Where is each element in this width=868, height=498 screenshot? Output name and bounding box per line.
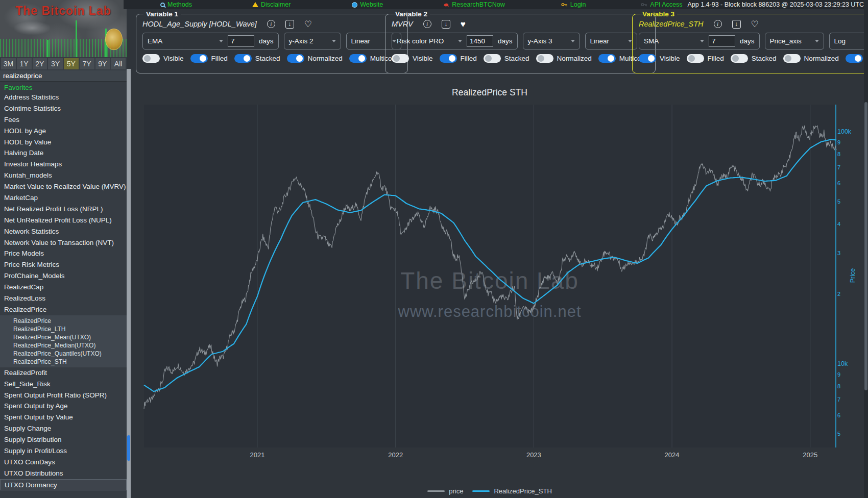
toggle-stacked[interactable] (731, 54, 748, 63)
toggle-stacked[interactable] (484, 54, 501, 63)
chart-canvas[interactable]: 20212022202320242025100k9876543210k98765 (131, 79, 864, 498)
sidebar-item[interactable]: RealizedCap (0, 282, 127, 293)
sidebar-item[interactable]: UTXO Distributions (0, 468, 127, 479)
sidebar-item[interactable]: Price Models (0, 248, 127, 259)
smoothing-select[interactable]: EMA (148, 37, 223, 45)
page-scrollbar[interactable] (864, 0, 868, 498)
sidebar-item[interactable]: UTXO CoinDays (0, 457, 127, 468)
sidebar-item[interactable]: RealizedProfit (0, 367, 127, 379)
sidebar-item[interactable]: Network Statistics (0, 226, 127, 237)
axis-select[interactable]: Price_axis (770, 37, 819, 45)
key-dark-icon (641, 2, 647, 8)
toggle-normalized[interactable] (536, 54, 553, 63)
link-website[interactable]: Website (352, 1, 383, 8)
sidebar-item-favorites[interactable]: Favorites (0, 82, 127, 92)
page-scrollbar-thumb[interactable] (864, 102, 867, 390)
sidebar-item[interactable]: Halving Date (0, 147, 127, 159)
timeframe-5y[interactable]: 5Y (64, 58, 79, 69)
toggle-visible[interactable] (639, 54, 656, 63)
smoothing-group: EMA days (142, 33, 279, 49)
sidebar-item[interactable]: Spent Output by Value (0, 412, 127, 423)
sidebar-item[interactable]: Address Statistics (0, 92, 127, 103)
download-icon[interactable] (285, 20, 294, 29)
sidebar-subitem[interactable]: RealizedPrice_STH (0, 358, 127, 366)
download-icon[interactable] (442, 20, 450, 29)
timeframe-7y[interactable]: 7Y (80, 58, 94, 69)
toggle-filled[interactable] (687, 54, 704, 63)
sidebar-item[interactable]: Net UnRealized Profit Loss (NUPL) (0, 215, 127, 226)
link-disclaimer[interactable]: Disclaimer (252, 1, 291, 8)
timeframe-3y[interactable]: 3Y (48, 58, 63, 69)
days-input[interactable] (467, 35, 493, 47)
search-input[interactable] (0, 70, 127, 82)
sidebar-item[interactable]: Supply Distribution (0, 434, 127, 445)
info-icon[interactable] (423, 20, 431, 28)
sidebar-subitem[interactable]: RealizedPrice_Quantiles(UTXO) (0, 350, 127, 358)
toggle-normalized[interactable] (783, 54, 801, 63)
timeframe-9y[interactable]: 9Y (95, 58, 110, 69)
heart-icon[interactable]: ♡ (304, 20, 312, 29)
sidebar-item[interactable]: ProfChaine_Models (0, 270, 127, 282)
sidebar-item[interactable]: Market Value to Realized Value (MVRV) (0, 181, 127, 192)
sidebar-subitem[interactable]: RealizedPrice_LTH (0, 325, 127, 333)
toggle-multicolor[interactable] (598, 54, 616, 63)
days-input[interactable] (709, 35, 735, 47)
timeframe-3m[interactable]: 3M (1, 58, 16, 69)
sidebar-item[interactable]: Investor Heatmaps (0, 159, 127, 170)
timeframe-all[interactable]: All (111, 58, 126, 69)
toggle-multicolor[interactable] (349, 54, 367, 63)
axis-select[interactable]: y-Axis 3 (528, 37, 575, 45)
heart-icon[interactable]: ♥ (461, 20, 466, 29)
sidebar-subitem[interactable]: RealizedPrice (0, 317, 127, 325)
sidebar-item[interactable]: Network Value to Transaction (NVT) (0, 237, 127, 248)
sidebar-item[interactable]: HODL by Value (0, 137, 127, 148)
sidebar-item[interactable]: Spent Output Profit Ratio (SOPR) (0, 390, 127, 401)
scale-select[interactable]: Linear (590, 37, 632, 45)
axis-select[interactable]: y-Axis 2 (289, 37, 336, 45)
legend-item-price[interactable]: price (427, 487, 463, 495)
sidebar-item[interactable]: RealizedLoss (0, 293, 127, 304)
sidebar-item[interactable]: Net Realized Profit Loss (NRPL) (0, 204, 127, 215)
toggle-label: Stacked (752, 55, 777, 62)
link-researchbtcnow[interactable]: ResearchBTCNow (443, 1, 505, 8)
sidebar-item[interactable]: Cointime Statistics (0, 103, 127, 114)
sidebar-item[interactable]: Fees (0, 114, 127, 126)
sidebar-item[interactable]: Price Risk Metrics (0, 259, 127, 270)
sidebar-item[interactable]: Supply in Profit/Loss (0, 445, 127, 457)
scale-select[interactable]: Log (834, 37, 868, 45)
sidebar-item[interactable]: Kuntah_models (0, 170, 127, 181)
sidebar-item[interactable]: UTXO Dormancy (0, 479, 127, 490)
toggle-label: Normalized (557, 55, 592, 62)
legend-item-realizedprice_sth[interactable]: RealizedPrice_STH (472, 487, 551, 495)
sidebar-item[interactable]: HODL by Age (0, 126, 127, 137)
info-icon[interactable] (714, 20, 722, 28)
toggle-stacked[interactable] (234, 54, 252, 63)
timeframe-1y[interactable]: 1Y (17, 58, 32, 69)
sidebar-subitem[interactable]: RealizedPrice_Mean(UTXO) (0, 333, 127, 341)
sidebar-item[interactable]: Sell_Side_Risk (0, 379, 127, 390)
toggle-filled[interactable] (440, 54, 457, 63)
toggle-multicolor[interactable] (846, 54, 863, 63)
download-icon[interactable] (732, 20, 741, 29)
heart-icon[interactable]: ♡ (751, 20, 759, 29)
link-login[interactable]: Login (561, 1, 586, 8)
toggle-label: Normalized (308, 55, 343, 62)
toggle-visible[interactable] (392, 54, 409, 63)
link-api-access[interactable]: API Access (641, 1, 682, 8)
toggle-normalized[interactable] (287, 54, 304, 63)
toggle-filled[interactable] (190, 54, 208, 63)
sidebar-item[interactable]: Spent Output by Age (0, 401, 127, 412)
sidebar-scrollbar[interactable] (127, 69, 131, 498)
sidebar-scrollbar-thumb[interactable] (127, 435, 130, 461)
sidebar-item[interactable]: MarketCap (0, 192, 127, 204)
info-icon[interactable] (267, 20, 275, 28)
timeframe-2y[interactable]: 2Y (33, 58, 47, 69)
sidebar-item[interactable]: RealizedPrice (0, 304, 127, 315)
days-input[interactable] (228, 35, 254, 47)
smoothing-select[interactable]: SMA (644, 37, 704, 45)
sidebar-item[interactable]: Supply Change (0, 423, 127, 434)
sidebar-subitem[interactable]: RealizedPrice_Median(UTXO) (0, 341, 127, 350)
toggle-visible[interactable] (142, 54, 160, 63)
smoothing-select[interactable]: Risk color PRO (397, 37, 462, 45)
link-methods[interactable]: Methods (160, 1, 192, 8)
